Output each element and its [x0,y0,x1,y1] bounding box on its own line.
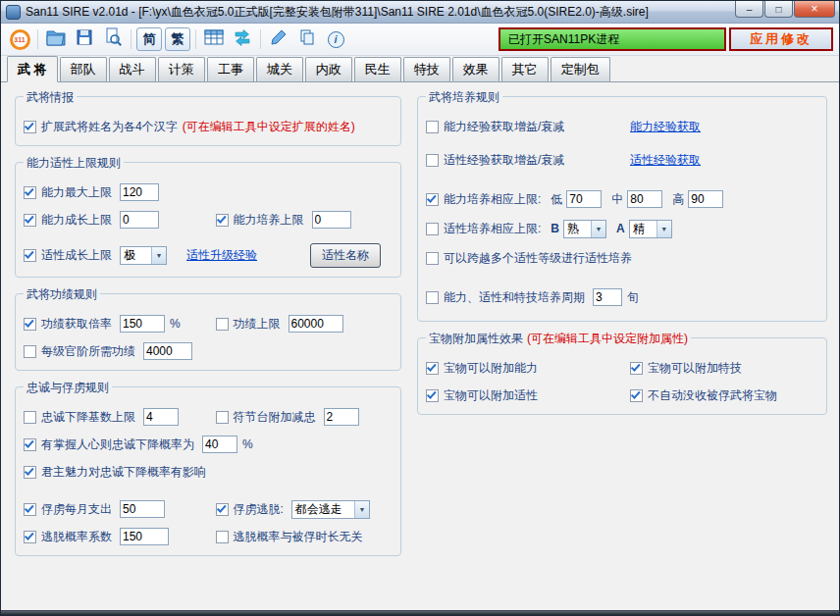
apt-caps-label: 适性培养相应上限: [444,221,541,237]
group-title: 武将功绩规则 [24,286,100,303]
max-ability-checkbox[interactable] [24,186,36,199]
merit-rate-checkbox[interactable] [24,318,36,331]
captive-cost-checkbox[interactable] [24,503,36,516]
tab-skills[interactable]: 特技 [403,57,450,81]
captive-escape-label: 俘虏逃脱: [234,501,284,518]
max-ability-label: 能力最大上限 [41,184,112,201]
group-title: 武将情报 [24,89,77,106]
apt-growth-checkbox[interactable] [24,249,36,262]
grade-a-label: A [616,222,625,235]
captive-escape-checkbox[interactable] [216,503,229,516]
tab-troops[interactable]: 部队 [60,57,107,81]
tab-construction[interactable]: 工事 [207,57,254,81]
open-file-button[interactable] [43,26,69,52]
titlebar: San11 SIRE v2.01d - [F:\yx\血色衣冠5.0正式版[完整… [1,1,839,24]
growth-limit-input[interactable] [120,211,159,229]
pencil-icon [270,28,288,50]
ability-exp-checkbox[interactable] [426,121,439,133]
ability-cap-low-input[interactable] [566,190,602,208]
treasure-apt-checkbox[interactable] [426,389,439,402]
toolbar-separator [260,29,261,49]
escape-coef-checkbox[interactable] [24,531,36,543]
group-treasure-rules: 宝物附加属性效果 (可在编辑工具中设定附加属性) 宝物可以附加能力 宝物可以附加… [417,337,827,415]
info-button[interactable]: i [323,26,348,52]
apt-caps-checkbox[interactable] [426,223,439,235]
merit-per-rank-checkbox[interactable] [24,345,36,358]
ability-exp-link[interactable]: 能力经验获取 [630,119,701,135]
treasure-skill-checkbox[interactable] [630,362,643,375]
token-reduce-checkbox[interactable] [216,411,229,424]
info-icon: i [328,31,344,48]
train-cycle-input[interactable] [593,288,622,306]
train-cycle-checkbox[interactable] [426,291,439,304]
apt-exp-link[interactable]: 适性经验获取 [630,152,701,169]
tab-generals[interactable]: 武 将 [7,56,58,82]
grade-b-label: B [551,222,559,235]
row-cross-grade: 可以跨越多个适性等级进行适性培养 [426,248,818,268]
max-ability-input[interactable] [120,183,159,201]
document-search-icon [103,27,123,51]
growth-limit-checkbox[interactable] [24,214,36,227]
merit-rate-input[interactable] [120,315,165,333]
group-title: 能力适性上限规则 [24,155,124,172]
ability-cap-mid-input[interactable] [627,190,662,208]
escape-coef-input[interactable] [120,528,169,545]
drop-base-cap-input[interactable] [143,408,179,426]
tab-battle[interactable]: 战斗 [109,57,156,81]
mid-label: 中 [611,191,623,208]
ability-cap-high-input[interactable] [688,190,723,208]
maximize-button[interactable]: □ [764,1,793,18]
escape-indep-checkbox[interactable] [216,531,229,543]
apt-cap-a-select[interactable]: 精 ▼ [629,220,672,238]
merit-cap-input[interactable] [289,315,343,333]
row-treasure-2: 宝物可以附加适性 不自动没收被俘武将宝物 [426,385,818,405]
apt-growth-label: 适性成长上限 [41,247,112,264]
cross-grade-checkbox[interactable] [426,252,439,265]
hearts-rate-checkbox[interactable] [24,438,36,451]
transfer-button[interactable] [230,26,255,52]
apply-changes-button[interactable]: 应用修改 [729,27,833,51]
logo-311-text: 311 [14,36,25,43]
train-limit-checkbox[interactable] [216,214,229,227]
ability-caps-checkbox[interactable] [426,193,439,206]
close-button[interactable]: × [794,1,835,18]
tab-others[interactable]: 其它 [501,57,549,81]
treasure-keep-checkbox[interactable] [630,389,643,402]
captive-cost-input[interactable] [120,500,165,518]
save-file-button[interactable] [72,26,97,52]
apt-cap-b-select[interactable]: 熟 ▼ [563,220,606,238]
drop-base-cap-checkbox[interactable] [24,411,36,424]
apt-name-button[interactable]: 适性名称 [310,243,381,268]
apt-exp-checkbox[interactable] [426,154,439,167]
treasure-ability-checkbox[interactable] [426,362,439,375]
search-export-button[interactable] [100,26,126,52]
apt-growth-select[interactable]: 极 ▼ [120,246,167,265]
train-limit-input[interactable] [312,211,351,229]
data-table-button[interactable] [201,26,227,52]
captive-escape-select[interactable]: 都会逃走 ▼ [291,500,370,519]
toolbar-separator [131,29,131,49]
merit-per-rank-input[interactable] [143,342,192,360]
tab-gates[interactable]: 城关 [256,57,303,81]
extend-name-checkbox[interactable] [24,121,36,133]
tab-stratagem[interactable]: 计策 [158,57,205,81]
edit-button[interactable] [266,26,291,52]
simplified-chinese-button[interactable]: 简 [136,27,162,51]
treasure-note: (可在编辑工具中设定附加属性) [527,331,688,347]
app-window: San11 SIRE v2.01d - [F:\yx\血色衣冠5.0正式版[完整… [0,0,840,616]
hearts-rate-input[interactable] [202,436,237,453]
traditional-chinese-button[interactable]: 繁 [165,27,190,51]
apt-upgrade-exp-link[interactable]: 适性升级经验 [186,247,257,264]
minimize-button[interactable]: – [735,1,763,18]
tab-custom-pack[interactable]: 定制包 [551,57,610,81]
copy-button[interactable] [294,26,320,52]
token-reduce-input[interactable] [324,408,359,426]
merit-cap-checkbox[interactable] [216,318,229,331]
group-title: 武将培养规则 [426,89,502,106]
tab-domestic[interactable]: 内政 [305,57,352,81]
process-status-text: 已打开SAN11PK进程 [508,31,619,48]
ruler-charm-checkbox[interactable] [24,466,36,479]
tab-effects[interactable]: 效果 [452,57,499,81]
row-ruler-charm: 君主魅力对忠诚下降概率有影响 [24,462,393,482]
tab-people[interactable]: 民生 [354,57,401,81]
